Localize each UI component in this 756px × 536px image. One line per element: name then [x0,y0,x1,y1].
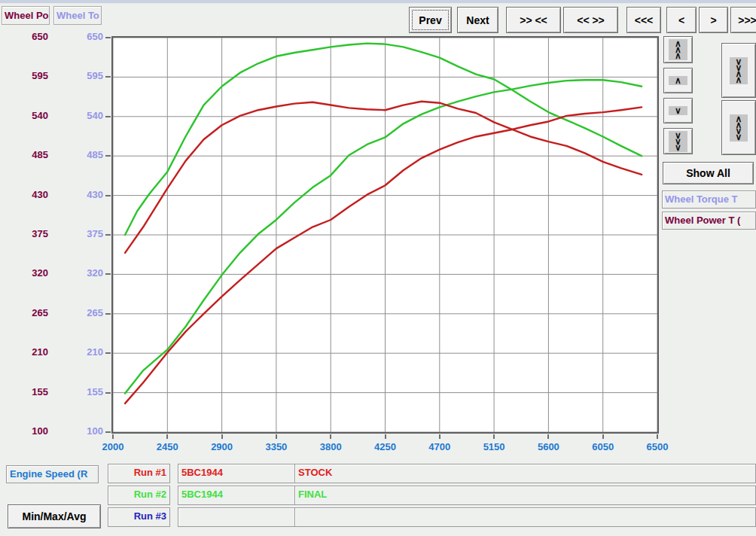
y-axis-tick [105,76,111,78]
y-axis-label-torque: 540 [58,110,103,122]
y-axis-label-power: 540 [3,110,48,122]
y-axis-label-power: 265 [3,307,48,319]
show-all-button[interactable]: Show All [663,162,754,184]
x-axis-tick [657,434,658,439]
y-axis-tick [105,195,111,196]
x-axis-tick [602,434,604,439]
y-axis-tick [105,313,111,315]
zoom-out-y-button[interactable]: ∧∧∨∨ [721,100,756,155]
series-line [125,107,642,403]
x-axis-tick [493,434,495,439]
y-axis-label-torque: 265 [58,307,103,319]
tab-wheel-torque[interactable]: Wheel To [53,6,102,25]
scroll-down-button[interactable]: ∨ [663,98,693,123]
x-axis-label: 6050 [579,441,627,453]
x-axis-tick [276,434,277,439]
y-axis-label-power: 650 [3,31,48,43]
dyno-chart [113,38,657,432]
x-axis-tick [385,434,386,439]
zoom-in-y-button[interactable]: ∨∨∧∧ [721,43,756,98]
y-axis-label-power: 320 [3,267,48,279]
y-axis-label-torque: 375 [58,228,103,240]
x-axis-tick [166,434,168,439]
scroll-down-fast-button[interactable]: ∨∨∨ [663,128,693,154]
window-top-strip [0,0,756,4]
x-axis-tick [112,434,114,439]
x-axis-label: 4250 [361,441,410,453]
run3-label: Run #3 [108,507,170,527]
y-axis-tick [105,116,111,117]
zoom-out-x-button[interactable]: << >> [563,7,618,33]
y-axis-tick [105,273,111,275]
scroll-right-button[interactable]: > [699,7,728,33]
x-axis-tick [221,434,223,439]
series-line [125,44,642,235]
chevron-up-icon: ∧ [669,76,687,85]
y-axis-label-torque: 595 [58,70,103,82]
dyno-app-window: { "tabs": [ { "label": "Wheel Po", "colo… [0,0,756,536]
chevrons-up-triple-icon: ∧∧∧ [669,39,687,60]
tab-wheel-power[interactable]: Wheel Po [2,6,50,25]
run3-comment-field[interactable] [294,507,756,527]
legend-wheel-power[interactable]: Wheel Power T ( [662,212,756,230]
y-axis-label-torque: 650 [58,31,103,43]
series-line [125,80,642,393]
chevrons-expand-icon: ∧∧∨∨ [730,114,748,142]
x-axis-tick [547,434,549,439]
zoom-in-x-button[interactable]: >> << [506,7,561,33]
y-axis-label-power: 375 [3,228,48,240]
chevrons-down-triple-icon: ∨∨∨ [669,131,687,152]
y-axis-label-power: 210 [3,346,48,358]
y-axis-label-torque: 210 [58,346,103,358]
scroll-up-button[interactable]: ∧ [663,68,693,93]
y-axis-tick [105,155,111,157]
y-axis-tick [105,352,111,354]
run1-comment-field[interactable]: STOCK [294,464,756,483]
run1-label: Run #1 [108,464,170,483]
y-axis-label-power: 595 [3,70,48,82]
y-axis-label-power: 155 [3,386,48,398]
y-axis-tick [105,234,111,236]
x-axis-label: 2900 [198,441,246,453]
prev-button[interactable]: Prev [409,7,452,33]
y-axis-label-power: 485 [3,149,48,161]
y-axis-tick [105,37,111,38]
y-axis-label-torque: 320 [58,267,103,279]
x-axis-label: 2450 [143,441,191,453]
run2-name-field[interactable]: 5BC1944 [178,486,295,505]
chart-plot-area [111,36,659,434]
run2-label: Run #2 [108,486,170,505]
y-axis-label-torque: 485 [58,149,103,161]
x-axis-tick [330,434,331,439]
legend-wheel-torque[interactable]: Wheel Torque T [662,190,756,209]
x-axis-label: 6500 [633,441,681,453]
series-line [125,102,642,253]
y-axis-tick [105,392,111,394]
x-axis-label: 3800 [306,441,355,453]
scroll-left-button[interactable]: < [666,7,697,33]
run1-name-field[interactable]: 5BC1944 [178,464,295,483]
scroll-right-fast-button[interactable]: >>> [730,7,756,33]
y-axis-label-torque: 100 [58,425,103,437]
chevron-down-icon: ∨ [669,106,687,115]
x-axis-label: 5600 [524,441,572,453]
y-axis-label-torque: 155 [58,386,103,398]
scroll-left-fast-button[interactable]: <<< [626,7,661,33]
min-max-avg-button[interactable]: Min/Max/Avg [8,504,101,528]
y-axis-label-torque: 430 [58,189,103,201]
y-axis-label-power: 100 [3,425,48,437]
x-axis-title-box: Engine Speed (R [6,465,99,483]
x-axis-label: 5150 [470,441,518,453]
run2-comment-field[interactable]: FINAL [294,486,756,505]
run3-name-field[interactable] [178,507,295,527]
x-axis-label: 2000 [89,441,137,453]
x-axis-tick [439,434,440,439]
scroll-up-fast-button[interactable]: ∧∧∧ [663,36,693,63]
next-button[interactable]: Next [457,7,498,33]
y-axis-tick [105,431,111,433]
x-axis-label: 3350 [252,441,300,453]
chevrons-compress-icon: ∨∨∧∧ [730,57,748,84]
y-axis-label-power: 430 [3,189,48,201]
x-axis-label: 4700 [416,441,464,453]
